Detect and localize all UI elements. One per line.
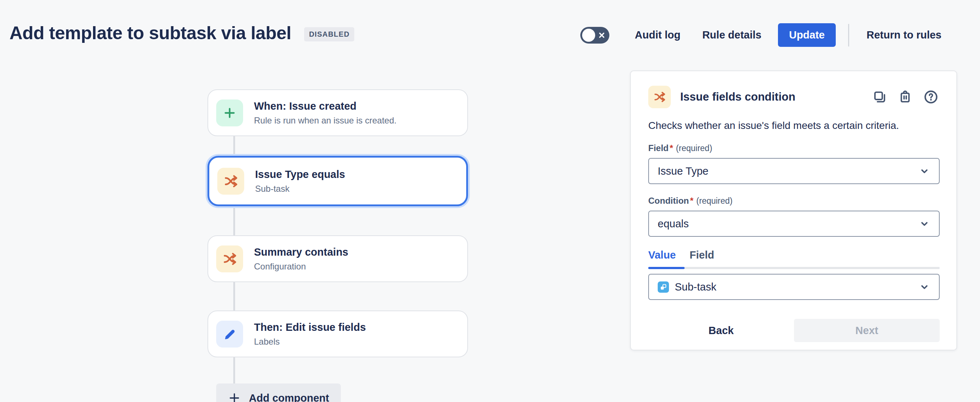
panel-actions [872, 89, 939, 105]
status-badge: DISABLED [304, 27, 354, 41]
field-select-value: Issue Type [658, 165, 709, 177]
chevron-down-icon [919, 218, 930, 229]
return-to-rules-link[interactable]: Return to rules [860, 24, 948, 46]
field-label: Field [648, 143, 668, 153]
tab-active-indicator [648, 267, 684, 269]
step-subtitle: Sub-task [255, 184, 345, 194]
add-component-button[interactable]: Add component [216, 383, 341, 402]
header-actions: Audit log Rule details Update Return to … [580, 23, 948, 47]
duplicate-button[interactable] [872, 89, 887, 105]
shuffle-icon [216, 245, 243, 272]
field-select[interactable]: Issue Type [648, 158, 940, 184]
delete-button[interactable] [897, 89, 913, 105]
workflow-step-action-edit-fields[interactable]: Then: Edit issue fields Labels [207, 310, 468, 358]
help-button[interactable] [923, 89, 939, 105]
help-icon [923, 89, 939, 105]
step-subtitle: Rule is run when an issue is created. [254, 116, 396, 126]
issue-fields-condition-panel: Issue fields condition [630, 70, 957, 350]
chevron-down-icon [919, 281, 930, 293]
field-label-row: Field * (required) [648, 143, 939, 153]
tab-value[interactable]: Value [648, 249, 676, 261]
subtask-icon [658, 281, 669, 293]
workflow-step-trigger[interactable]: When: Issue created Rule is run when an … [207, 89, 468, 136]
panel-title: Issue fields condition [680, 91, 795, 103]
header-divider [848, 24, 849, 46]
condition-select-value: equals [658, 218, 689, 230]
required-asterisk: * [670, 143, 673, 153]
condition-select[interactable]: equals [648, 211, 940, 237]
workflow-step-condition-summary[interactable]: Summary contains Configuration [207, 235, 468, 282]
copy-icon [872, 89, 887, 105]
rule-details-button[interactable]: Rule details [696, 24, 768, 46]
step-subtitle: Labels [254, 337, 366, 347]
back-button[interactable]: Back [700, 319, 742, 342]
rule-workflow-canvas: When: Issue created Rule is run when an … [207, 89, 468, 402]
panel-description: Checks whether an issue's field meets a … [648, 120, 939, 132]
next-button[interactable]: Next [794, 319, 940, 342]
plus-icon [228, 391, 241, 402]
plus-icon [216, 100, 243, 126]
rule-header: Add template to subtask via label DISABL… [10, 22, 354, 44]
tab-field[interactable]: Field [690, 249, 714, 261]
value-select-value: Sub-task [675, 281, 716, 293]
required-suffix: (required) [676, 143, 712, 153]
tab-track [648, 267, 940, 269]
trash-icon [897, 89, 913, 105]
required-suffix: (required) [696, 196, 733, 206]
panel-footer: Back Next [648, 319, 940, 342]
value-select[interactable]: Sub-task [648, 274, 940, 300]
step-subtitle: Configuration [254, 261, 348, 272]
workflow-step-condition-issue-type[interactable]: Issue Type equals Sub-task [207, 156, 468, 206]
page-title: Add template to subtask via label [10, 22, 291, 44]
update-button[interactable]: Update [778, 23, 835, 47]
toggle-knob [582, 29, 595, 42]
step-title: Issue Type equals [255, 168, 345, 181]
step-title: When: Issue created [254, 100, 396, 112]
step-title: Summary contains [254, 246, 348, 258]
required-asterisk: * [690, 196, 693, 206]
chevron-down-icon [919, 165, 930, 177]
add-component-label: Add component [249, 392, 329, 402]
shuffle-icon [648, 86, 671, 108]
panel-header: Issue fields condition [648, 86, 939, 108]
pencil-icon [216, 321, 243, 348]
condition-label: Condition [648, 196, 689, 206]
audit-log-button[interactable]: Audit log [628, 24, 687, 46]
x-icon [598, 32, 605, 39]
shuffle-icon [217, 168, 244, 195]
value-field-tabs: Value Field [648, 249, 939, 261]
condition-label-row: Condition * (required) [648, 196, 939, 206]
rule-enabled-toggle[interactable] [580, 27, 609, 44]
step-title: Then: Edit issue fields [254, 321, 366, 334]
